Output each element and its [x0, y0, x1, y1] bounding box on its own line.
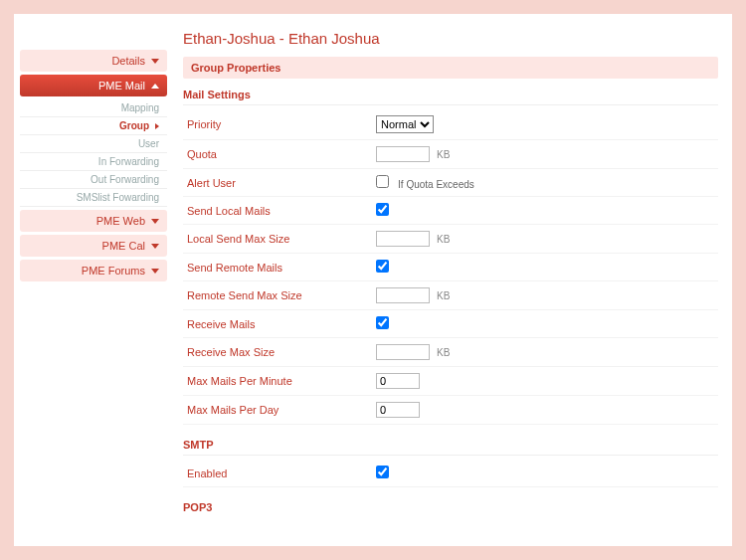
sidebar: Details PME Mail Mapping Group User	[14, 14, 173, 546]
section-pop3: POP3	[183, 497, 718, 517]
sub-item-group[interactable]: Group	[20, 117, 167, 135]
label-send-local: Send Local Mails	[183, 197, 372, 225]
priority-select[interactable]: Normal	[376, 115, 434, 133]
chevron-down-icon	[151, 219, 159, 224]
sub-item-mapping[interactable]: Mapping	[20, 99, 167, 117]
smtp-form: Enabled	[183, 460, 718, 487]
unit-kb: KB	[437, 149, 450, 160]
sub-item-in-forwarding[interactable]: In Forwarding	[20, 153, 167, 171]
label-if-quota: If Quota Exceeds	[398, 179, 474, 190]
per-day-input[interactable]	[376, 402, 420, 418]
label-send-remote: Send Remote Mails	[183, 254, 372, 281]
sidebar-item-pme-mail[interactable]: PME Mail	[20, 75, 167, 96]
sidebar-label: Details	[111, 55, 145, 67]
sidebar-item-pme-cal[interactable]: PME Cal	[20, 235, 167, 257]
chevron-down-icon	[151, 59, 159, 64]
sub-label: User	[138, 138, 159, 149]
label-alert-user: Alert User	[183, 169, 372, 197]
smtp-enabled-checkbox[interactable]	[376, 466, 389, 478]
sub-label: In Forwarding	[98, 156, 159, 167]
mail-settings-form: Priority Normal Quota KB Alert User	[183, 109, 718, 425]
receive-max-input[interactable]	[376, 344, 430, 360]
chevron-down-icon	[151, 269, 159, 274]
sidebar-label: PME Web	[96, 215, 145, 227]
remote-max-input[interactable]	[376, 287, 430, 303]
sub-label: SMSlist Fowarding	[77, 192, 159, 203]
unit-kb: KB	[437, 290, 450, 301]
sub-item-sms-forwarding[interactable]: SMSlist Fowarding	[20, 189, 167, 207]
chevron-down-icon	[151, 244, 159, 249]
label-quota: Quota	[183, 140, 372, 169]
unit-kb: KB	[437, 234, 450, 245]
send-local-checkbox[interactable]	[376, 203, 389, 216]
alert-user-checkbox[interactable]	[376, 175, 389, 188]
label-receive: Receive Mails	[183, 310, 372, 338]
per-min-input[interactable]	[376, 373, 420, 389]
page-title: Ethan-Joshua - Ethan Joshua	[183, 30, 718, 47]
main-content: Ethan-Joshua - Ethan Joshua Group Proper…	[173, 14, 732, 546]
sidebar-item-pme-forums[interactable]: PME Forums	[20, 260, 167, 281]
label-priority: Priority	[183, 109, 372, 140]
local-max-input[interactable]	[376, 231, 430, 247]
send-remote-checkbox[interactable]	[376, 260, 389, 273]
sidebar-label: PME Mail	[98, 80, 145, 92]
label-local-max: Local Send Max Size	[183, 225, 372, 254]
pme-mail-sublist: Mapping Group User In Forwarding Out For…	[20, 99, 167, 207]
sub-label: Mapping	[121, 102, 159, 113]
label-per-day: Max Mails Per Day	[183, 396, 372, 425]
receive-checkbox[interactable]	[376, 316, 389, 329]
chevron-right-icon	[155, 123, 159, 129]
sidebar-label: PME Forums	[82, 265, 145, 277]
sub-item-user[interactable]: User	[20, 135, 167, 153]
label-remote-max: Remote Send Max Size	[183, 281, 372, 310]
label-enabled: Enabled	[183, 460, 372, 487]
sub-label: Out Forwarding	[91, 174, 159, 185]
quota-input[interactable]	[376, 146, 430, 162]
section-mail-settings: Mail Settings	[183, 85, 718, 105]
label-receive-max: Receive Max Size	[183, 338, 372, 367]
section-group-properties: Group Properties	[183, 57, 718, 79]
sidebar-item-pme-web[interactable]: PME Web	[20, 210, 167, 232]
sidebar-label: PME Cal	[102, 240, 145, 252]
sub-label: Group	[119, 120, 149, 131]
sidebar-item-details[interactable]: Details	[20, 50, 167, 72]
label-per-min: Max Mails Per Minute	[183, 367, 372, 396]
unit-kb: KB	[437, 347, 450, 358]
chevron-up-icon	[151, 84, 159, 89]
section-smtp: SMTP	[183, 435, 718, 456]
sub-item-out-forwarding[interactable]: Out Forwarding	[20, 171, 167, 189]
